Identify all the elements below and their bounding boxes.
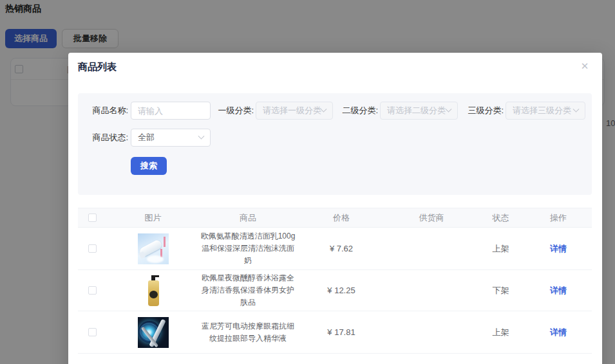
product-name: 欧佩氨基酸清透洁面乳100g温和保湿深层清洁泡沫洗面奶 xyxy=(200,230,296,267)
header-image: 图片 xyxy=(106,212,200,224)
table-header-row: 图片 商品 价格 供货商 状态 操作 xyxy=(78,208,592,228)
search-button[interactable]: 搜索 xyxy=(131,157,167,175)
product-image xyxy=(138,233,169,264)
row-checkbox[interactable] xyxy=(88,286,97,295)
screen: 热销商品 选择商品 批量移除 图片 10 商品列表 ✕ 商品名称: 一级分类: … xyxy=(0,0,615,364)
product-price: ¥ 17.81 xyxy=(296,327,386,337)
header-action: 操作 xyxy=(525,212,592,224)
product-name-label: 商品名称: xyxy=(90,102,128,120)
row-checkbox[interactable] xyxy=(88,244,97,253)
cat2-placeholder: 请选择二级分类 xyxy=(387,105,446,116)
table-row: 栊曼莉染发剂一梳黑植物遮白发染发膏100ml xyxy=(78,354,592,364)
status-value: 全部 xyxy=(138,132,155,143)
chevron-down-icon xyxy=(446,105,452,112)
header-status: 状态 xyxy=(477,212,525,224)
table-row: 欧佩氨基酸清透洁面乳100g温和保湿深层清洁泡沫洗面奶 ¥ 7.62 上架 详情 xyxy=(78,228,592,270)
header-supplier: 供货商 xyxy=(386,212,477,224)
detail-link[interactable]: 详情 xyxy=(550,243,567,255)
status-select[interactable]: 全部 xyxy=(131,129,211,147)
header-product: 商品 xyxy=(200,212,296,224)
product-status: 上架 xyxy=(477,327,525,338)
select-all-checkbox[interactable] xyxy=(88,214,97,222)
product-name: 欧佩星夜微醺醇香沐浴露全身清洁香氛保湿香体男女护肤品 xyxy=(200,272,296,309)
product-price: ¥ 7.62 xyxy=(296,244,386,253)
chevron-down-icon xyxy=(321,105,327,112)
product-name-input-wrap xyxy=(131,102,211,120)
status-label: 商品状态: xyxy=(90,129,128,147)
cat2-label: 二级分类: xyxy=(339,102,378,120)
chevron-down-icon xyxy=(573,105,580,112)
cat1-placeholder: 请选择一级分类 xyxy=(263,105,321,116)
detail-link[interactable]: 详情 xyxy=(550,285,567,296)
product-table: 图片 商品 价格 供货商 状态 操作 欧佩氨基酸清透洁面乳100g温和保湿深层清… xyxy=(78,208,592,364)
product-status: 上架 xyxy=(477,243,525,255)
cat3-placeholder: 请选择三级分类 xyxy=(513,105,571,116)
cat3-select[interactable]: 请选择三级分类 xyxy=(506,102,585,120)
product-price: ¥ 12.25 xyxy=(296,286,386,295)
cat1-select[interactable]: 请选择一级分类 xyxy=(256,102,333,120)
modal-title: 商品列表 xyxy=(78,61,117,73)
table-row: 蓝尼芳可电动按摩眼霜抗细纹提拉眼部导入精华液 ¥ 17.81 上架 详情 xyxy=(78,311,592,354)
product-status: 下架 xyxy=(477,285,525,296)
detail-link[interactable]: 详情 xyxy=(550,327,567,338)
header-price: 价格 xyxy=(296,212,386,224)
row-checkbox[interactable] xyxy=(88,328,97,336)
cat3-label: 三级分类: xyxy=(465,102,504,120)
product-name-input[interactable] xyxy=(138,106,203,116)
filter-panel: 商品名称: 一级分类: 请选择一级分类 二级分类: 请选择二级分类 三级分类: … xyxy=(78,93,592,195)
cat1-label: 一级分类: xyxy=(215,102,254,120)
product-name: 蓝尼芳可电动按摩眼霜抗细纹提拉眼部导入精华液 xyxy=(200,320,296,345)
product-image xyxy=(138,317,169,348)
cat2-select[interactable]: 请选择二级分类 xyxy=(380,102,458,120)
chevron-down-icon xyxy=(198,132,205,139)
table-row: 欧佩星夜微醺醇香沐浴露全身清洁香氛保湿香体男女护肤品 ¥ 12.25 下架 详情 xyxy=(78,270,592,311)
product-list-modal: 商品列表 ✕ 商品名称: 一级分类: 请选择一级分类 二级分类: 请选择二级分类… xyxy=(68,53,602,364)
close-icon[interactable]: ✕ xyxy=(578,59,592,73)
product-image xyxy=(138,273,169,308)
